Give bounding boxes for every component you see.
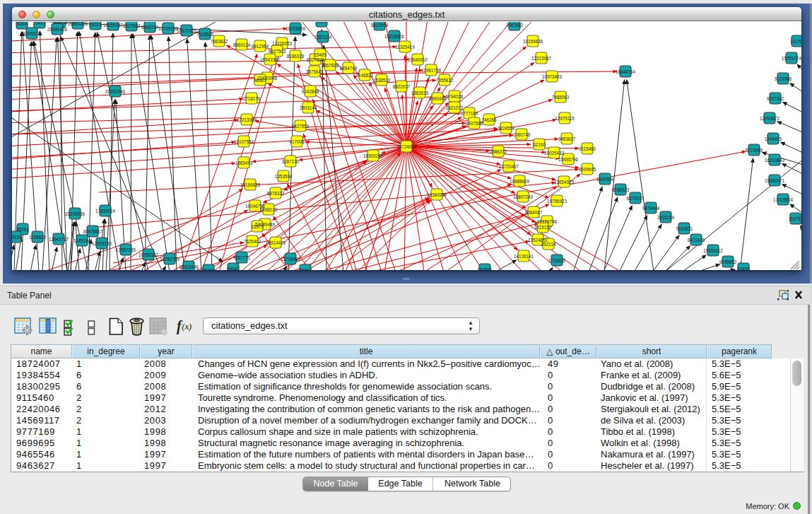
svg-text:1527602: 1527602	[123, 23, 141, 28]
svg-text:12505135: 12505135	[92, 241, 112, 246]
svg-text:184501: 184501	[477, 267, 493, 271]
svg-text:9463627: 9463627	[558, 136, 576, 141]
svg-text:10655267: 10655267	[103, 23, 124, 28]
svg-text:10973493: 10973493	[542, 74, 563, 79]
svg-text:19218506: 19218506	[384, 34, 405, 39]
svg-text:9474444: 9474444	[642, 206, 660, 211]
svg-text:17859924: 17859924	[95, 209, 116, 214]
svg-text:18724007: 18724007	[396, 144, 417, 149]
svg-text:9146821: 9146821	[356, 73, 374, 78]
svg-text:18807249: 18807249	[513, 194, 534, 199]
svg-text:1615152: 1615152	[534, 225, 552, 230]
svg-text:15720407: 15720407	[499, 164, 519, 169]
svg-text:16107554: 16107554	[234, 139, 254, 144]
svg-text:9227342: 9227342	[767, 96, 784, 101]
svg-text:9242848: 9242848	[302, 89, 319, 94]
svg-text:17016504: 17016504	[773, 197, 794, 202]
svg-text:10958107: 10958107	[139, 252, 159, 257]
svg-text:39159: 39159	[12, 235, 22, 240]
svg-text:2087682: 2087682	[506, 23, 524, 28]
svg-text:14136141: 14136141	[514, 254, 534, 259]
svg-text:7632621: 7632621	[676, 226, 693, 231]
svg-text:3875645: 3875645	[306, 69, 324, 74]
svg-text:417006: 417006	[289, 139, 305, 144]
svg-text:8454749: 8454749	[340, 66, 358, 71]
svg-text:111704: 111704	[790, 39, 801, 44]
svg-text:8471676: 8471676	[688, 238, 705, 243]
svg-text:15751074: 15751074	[782, 56, 801, 61]
svg-text:1538520: 1538520	[373, 78, 391, 83]
svg-text:92456: 92456	[737, 267, 750, 271]
svg-text:15469: 15469	[314, 52, 326, 57]
svg-text:20497: 20497	[33, 22, 46, 25]
svg-text:10719155: 10719155	[158, 26, 179, 31]
svg-text:80112: 80112	[299, 268, 312, 271]
svg-text:1362615: 1362615	[411, 90, 429, 95]
svg-text:7485063: 7485063	[552, 95, 570, 100]
svg-text:8912954: 8912954	[252, 44, 269, 49]
svg-text:3267130: 3267130	[282, 159, 300, 164]
svg-text:15973: 15973	[251, 224, 264, 229]
svg-text:8822037: 8822037	[393, 84, 411, 89]
svg-text:12923446: 12923446	[179, 264, 199, 269]
svg-text:20053346: 20053346	[105, 89, 126, 94]
svg-text:15716485: 15716485	[281, 257, 301, 262]
svg-text:1865493: 1865493	[235, 160, 253, 165]
svg-text:18300295: 18300295	[363, 153, 384, 158]
svg-text:8304: 8304	[17, 22, 28, 26]
svg-text:1244415: 1244415	[765, 136, 782, 141]
svg-text:8878332: 8878332	[267, 191, 285, 196]
svg-text:15495796: 15495796	[558, 157, 579, 162]
svg-text:7515526: 7515526	[196, 32, 214, 37]
svg-text:8938923: 8938923	[612, 187, 630, 192]
svg-text:9327508: 9327508	[307, 57, 324, 62]
svg-text:8215955: 8215955	[746, 148, 763, 153]
svg-text:16543382: 16543382	[260, 57, 281, 62]
svg-text:10688609: 10688609	[510, 179, 530, 184]
svg-text:1621072: 1621072	[446, 105, 464, 110]
svg-text:7663822: 7663822	[211, 39, 228, 44]
svg-text:98967: 98967	[254, 78, 266, 83]
svg-text:165033: 165033	[52, 22, 68, 25]
svg-text:9084067: 9084067	[525, 210, 543, 215]
svg-text:9501: 9501	[317, 22, 327, 24]
svg-text:10961758: 10961758	[421, 68, 442, 73]
svg-text:16210643: 16210643	[765, 158, 785, 163]
svg-text:10654112: 10654112	[703, 248, 723, 253]
svg-text:2935114: 2935114	[657, 215, 675, 220]
svg-text:1733426: 1733426	[548, 258, 566, 263]
svg-text:116753: 116753	[789, 216, 801, 221]
svg-text:6466160: 6466160	[141, 25, 159, 30]
svg-text:746266: 746266	[481, 117, 497, 122]
svg-text:12093872: 12093872	[760, 116, 780, 121]
svg-text:12975115: 12975115	[555, 116, 575, 121]
svg-text:1080748: 1080748	[513, 132, 531, 137]
svg-text:62160: 62160	[533, 142, 546, 147]
svg-text:1156829: 1156829	[29, 235, 47, 240]
svg-text:16782759: 16782759	[160, 257, 180, 262]
svg-text:2718176: 2718176	[243, 96, 261, 101]
svg-text:8860124: 8860124	[233, 42, 251, 47]
svg-text:(x): (x)	[182, 322, 192, 332]
svg-text:1405572: 1405572	[23, 31, 41, 36]
svg-text:8813054: 8813054	[371, 23, 389, 28]
svg-text:10412: 10412	[202, 268, 215, 271]
svg-text:19384554: 19384554	[427, 192, 447, 197]
svg-text:12213369: 12213369	[237, 117, 257, 122]
svg-text:16648764: 16648764	[616, 69, 636, 74]
svg-text:252214: 252214	[541, 242, 556, 247]
svg-text:11325419: 11325419	[395, 45, 415, 49]
svg-text:16120746: 16120746	[537, 219, 558, 224]
svg-text:19166825: 19166825	[240, 182, 261, 187]
svg-text:17957255: 17957255	[116, 247, 136, 252]
svg-text:9827503: 9827503	[269, 49, 286, 54]
svg-text:7886372: 7886372	[490, 149, 507, 154]
svg-text:10025433: 10025433	[544, 151, 565, 156]
svg-text:12942737: 12942737	[49, 237, 69, 242]
svg-text:3824554: 3824554	[498, 126, 515, 131]
svg-text:30975867: 30975867	[83, 229, 103, 234]
svg-text:7955812: 7955812	[436, 78, 454, 83]
svg-text:9657771: 9657771	[233, 255, 251, 260]
svg-text:7625402: 7625402	[244, 239, 261, 244]
svg-text:12226053: 12226053	[272, 41, 293, 46]
